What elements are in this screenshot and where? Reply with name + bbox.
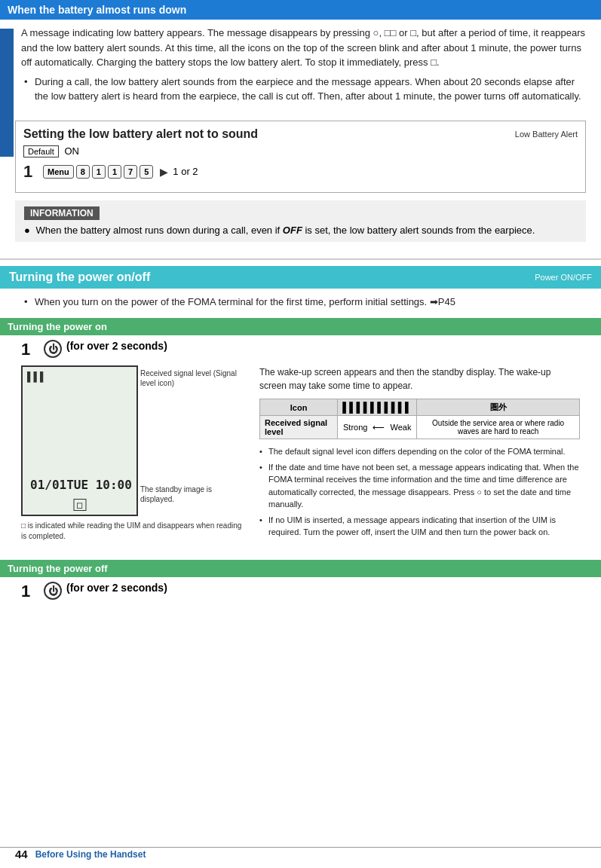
- key-1b: 1: [108, 165, 121, 179]
- phone-screen: ▌▌▌ 01/01TUE 10:00 ◻: [21, 365, 138, 516]
- setting-box: Setting the low battery alert not to sou…: [15, 121, 586, 193]
- setting-right-label: Low Battery Alert: [515, 130, 578, 139]
- setting-title: Setting the low battery alert not to sou…: [23, 127, 258, 141]
- table-header-outside: 圏外: [417, 399, 580, 416]
- battery-paragraph: A message indicating low battery appears…: [21, 26, 586, 70]
- step-arrow: ▶: [160, 166, 168, 178]
- battery-bullet-1: During a call, the low battery alert sou…: [21, 75, 586, 104]
- blue-sidebar-accent: [0, 29, 14, 157]
- setting-box-header: Setting the low battery alert not to sou…: [23, 127, 578, 141]
- turning-off-step-text: (for over 2 seconds): [66, 582, 167, 594]
- signal-row-label: Received signal level: [260, 416, 338, 439]
- phone-diagram-container: ▌▌▌ 01/01TUE 10:00 ◻ Received signal lev…: [21, 365, 247, 542]
- step-number: 1: [23, 162, 37, 182]
- turning-off-header-text: Turning the power off: [8, 563, 108, 574]
- information-box: INFORMATION When the battery almost runs…: [15, 200, 586, 242]
- turning-on-step: 1 ⏻ (for over 2 seconds): [21, 340, 601, 359]
- signal-annotation-text: Received signal level (Signal level icon…: [140, 369, 237, 387]
- bullet-text-3: If no UIM is inserted, a message appears…: [268, 515, 556, 537]
- signal-3: ▌▌▌: [370, 402, 391, 413]
- uim-footnote-text: □ is indicated while reading the UIM and…: [21, 521, 241, 540]
- battery-section: When the battery almost runs down A mess…: [0, 0, 601, 113]
- menu-step-row: 1 Menu 8 1 1 7 5 ▶ 1 or 2: [23, 162, 578, 182]
- default-badge: Default: [23, 145, 59, 157]
- signal-strength-cell: Strong ⟵ Weak: [338, 416, 417, 439]
- power-intro: When you turn on the power of the FOMA t…: [0, 289, 601, 319]
- strong-label: Strong: [343, 423, 367, 432]
- signal-icon-on-screen: ▌▌▌: [27, 371, 47, 382]
- signal-table: Icon ▌▌▌▌ ▌▌▌ ▌▌ ▌ 圏外: [259, 399, 580, 439]
- key-1a: 1: [92, 165, 106, 179]
- table-header-icon: Icon: [260, 399, 338, 416]
- power-button-on[interactable]: ⏻: [44, 340, 62, 358]
- spacer2: [0, 548, 601, 560]
- diagram-area: ▌▌▌ 01/01TUE 10:00 ◻ Received signal lev…: [21, 365, 580, 542]
- key-8: 8: [76, 165, 90, 179]
- turning-on-header-text: Turning the power on: [8, 321, 107, 332]
- turning-off-section: Turning the power off 1 ⏻ (for over 2 se…: [0, 560, 601, 601]
- phone-date: 01/01TUE 10:00: [30, 478, 132, 492]
- info-bullet: When the battery almost runs down during…: [24, 225, 577, 236]
- signal-icons-row: ▌▌▌▌ ▌▌▌ ▌▌ ▌: [342, 402, 412, 413]
- bullet-item-1: The default signal level icon differs de…: [259, 445, 580, 458]
- received-signal-label: Received signal level: [265, 418, 327, 436]
- page-number: 44: [15, 848, 28, 860]
- battery-header-text: When the battery almost runs down: [8, 4, 186, 16]
- battery-section-header: When the battery almost runs down: [0, 0, 601, 20]
- standby-annotation: The standby image is displayed.: [140, 484, 238, 504]
- turning-on-section: Turning the power on 1 ⏻ (for over 2 sec…: [0, 318, 601, 542]
- bullet-text-2: If the date and time have not been set, …: [268, 463, 579, 509]
- col-outside-label: 圏外: [490, 402, 507, 411]
- key-7: 7: [124, 165, 137, 179]
- step-options: 1 or 2: [173, 166, 198, 177]
- signal-2: ▌▌: [391, 402, 405, 413]
- phone-uim-icon: ◻: [73, 498, 86, 510]
- signal-annotation: Received signal level (Signal level icon…: [140, 368, 238, 388]
- wake-desc: The wake-up screen appears and then the …: [259, 365, 580, 393]
- turning-off-step: 1 ⏻ (for over 2 seconds): [21, 582, 601, 601]
- turning-off-step-num: 1: [21, 582, 36, 601]
- phone-screen-inner: ▌▌▌: [23, 367, 136, 387]
- bullet-item-3: If no UIM is inserted, a message appears…: [259, 514, 580, 539]
- power-button-off[interactable]: ⏻: [44, 582, 62, 600]
- weak-label: Weak: [391, 423, 412, 432]
- turning-on-header: Turning the power on: [0, 318, 601, 335]
- uim-footnote: □ is indicated while reading the UIM and…: [21, 521, 247, 542]
- default-value: ON: [64, 145, 79, 157]
- battery-content: A message indicating low battery appears…: [0, 20, 601, 113]
- signal-1: ▌: [405, 402, 412, 413]
- menu-key: Menu: [43, 165, 74, 179]
- power-section-header: Turning the power on/off Power ON/OFF: [0, 266, 601, 289]
- info-header: INFORMATION: [24, 206, 100, 220]
- key-5: 5: [140, 165, 153, 179]
- power-right-label: Power ON/OFF: [535, 273, 592, 282]
- power-header-text: Turning the power on/off: [9, 270, 150, 284]
- col-icon-label: Icon: [290, 403, 308, 412]
- bullet-text-1: The default signal level icon differs de…: [268, 447, 566, 456]
- diagram-bullets: The default signal level icon differs de…: [259, 445, 580, 539]
- strength-arrow: ⟵: [373, 423, 385, 432]
- divider1: [0, 258, 601, 260]
- standby-annotation-text: The standby image is displayed.: [140, 485, 212, 503]
- power-intro-bullet: When you turn on the power of the FOMA t…: [21, 295, 586, 310]
- turning-off-header: Turning the power off: [0, 560, 601, 577]
- diagram-right: The wake-up screen appears and then the …: [259, 365, 580, 542]
- uim-icon-symbol: ◻: [73, 499, 86, 511]
- page-footer: 44 Before Using the Handset: [0, 847, 601, 860]
- outside-cell: Outside the service area or where radio …: [417, 416, 580, 439]
- page: When the battery almost runs down A mess…: [0, 0, 601, 868]
- footer-text: Before Using the Handset: [35, 849, 146, 860]
- info-text: When the battery almost runs down during…: [35, 225, 535, 236]
- power-intro-text: When you turn on the power of the FOMA t…: [35, 296, 455, 307]
- bottom-spacer: [0, 606, 601, 651]
- spacer1: [0, 249, 601, 258]
- table-header-signals: ▌▌▌▌ ▌▌▌ ▌▌ ▌: [338, 399, 417, 416]
- default-row: Default ON: [23, 145, 578, 157]
- outside-text: Outside the service area or where radio …: [432, 419, 564, 436]
- turning-on-step-num: 1: [21, 340, 36, 359]
- turning-on-step-text: (for over 2 seconds): [66, 340, 167, 352]
- signal-full: ▌▌▌▌: [342, 402, 370, 413]
- bullet-item-2: If the date and time have not been set, …: [259, 461, 580, 511]
- power-section: Turning the power on/off Power ON/OFF Wh…: [0, 266, 601, 319]
